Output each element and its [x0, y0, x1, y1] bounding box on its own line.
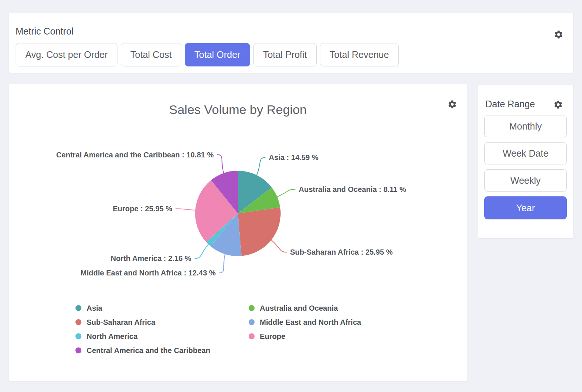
- legend-item-central-america-and-the-caribbean[interactable]: Central America and the Caribbean: [75, 346, 249, 355]
- metric-control-title: Metric Control: [16, 26, 74, 37]
- legend-label: Europe: [260, 332, 285, 341]
- pie-label-line-central-america-and-the-caribbean: [217, 155, 224, 176]
- metric-control-settings-button[interactable]: [554, 30, 563, 39]
- legend-label: Asia: [87, 304, 102, 313]
- legend-label: North America: [87, 332, 138, 341]
- legend-item-australia-and-oceania[interactable]: Australia and Oceania: [249, 304, 361, 313]
- pie-label-asia: Asia : 14.59 %: [269, 153, 319, 161]
- legend-swatch-icon: [249, 319, 255, 325]
- legend-swatch-icon: [75, 319, 81, 325]
- metric-button-avg-cost-per-order[interactable]: Avg. Cost per Order: [16, 43, 117, 66]
- pie-label-line-australia-and-oceania: [275, 189, 295, 198]
- pie-label-north-america: North America : 2.16 %: [111, 254, 191, 262]
- legend-label: Australia and Oceania: [260, 304, 338, 313]
- pie-label-line-europe: [176, 209, 198, 210]
- legend-label: Central America and the Caribbean: [87, 346, 210, 355]
- metric-button-group: Avg. Cost per Order Total Cost Total Ord…: [16, 43, 399, 66]
- chart-legend: AsiaAustralia and OceaniaSub-Saharan Afr…: [75, 304, 361, 355]
- legend-item-europe[interactable]: Europe: [249, 332, 361, 341]
- legend-item-sub-saharan-africa[interactable]: Sub-Saharan Africa: [75, 318, 249, 327]
- legend-label: Sub-Saharan Africa: [87, 318, 155, 327]
- legend-label: Middle East and North Africa: [260, 318, 361, 327]
- date-range-panel: Date Range Monthly Week Date Weekly Year: [478, 85, 573, 238]
- legend-item-north-america[interactable]: North America: [75, 332, 249, 341]
- date-range-button-group: Monthly Week Date Weekly Year: [484, 115, 567, 219]
- metric-button-total-profit[interactable]: Total Profit: [253, 43, 317, 66]
- gear-icon: [553, 100, 563, 110]
- date-range-button-year[interactable]: Year: [484, 196, 567, 219]
- sales-volume-chart-panel: Sales Volume by Region Asia : 14.59 %Aus…: [9, 84, 467, 381]
- metric-button-total-revenue[interactable]: Total Revenue: [320, 43, 399, 66]
- pie-label-middle-east-and-north-africa: Middle East and North Africa : 12.43 %: [81, 269, 216, 277]
- date-range-settings-button[interactable]: [553, 100, 563, 110]
- date-range-button-weekly[interactable]: Weekly: [484, 169, 567, 192]
- legend-item-asia[interactable]: Asia: [75, 304, 249, 313]
- pie-slice-sub-saharan-africa[interactable]: [238, 207, 281, 256]
- metric-button-total-order[interactable]: Total Order: [185, 43, 250, 66]
- date-range-button-week-date[interactable]: Week Date: [484, 142, 567, 164]
- gear-icon: [554, 30, 563, 39]
- legend-swatch-icon: [75, 305, 81, 311]
- pie-label-europe: Europe : 25.95 %: [113, 205, 172, 213]
- legend-swatch-icon: [249, 305, 255, 311]
- pie-label-line-asia: [256, 157, 265, 177]
- legend-item-middle-east-and-north-africa[interactable]: Middle East and North Africa: [249, 318, 361, 327]
- date-range-button-monthly[interactable]: Monthly: [484, 115, 567, 137]
- metric-button-total-cost[interactable]: Total Cost: [121, 43, 181, 66]
- legend-swatch-icon: [75, 333, 81, 339]
- pie-label-line-north-america: [195, 243, 210, 259]
- pie-label-sub-saharan-africa: Sub-Saharan Africa : 25.95 %: [290, 248, 393, 256]
- legend-swatch-icon: [249, 333, 255, 339]
- pie-label-australia-and-oceania: Australia and Oceania : 8.11 %: [299, 185, 406, 193]
- legend-swatch-icon: [75, 347, 81, 353]
- pie-label-line-sub-saharan-africa: [269, 239, 287, 252]
- date-range-title: Date Range: [485, 99, 535, 110]
- metric-control-panel: Metric Control Avg. Cost per Order Total…: [9, 13, 573, 73]
- pie-label-line-middle-east-and-north-africa: [219, 252, 226, 273]
- pie-label-central-america-and-the-caribbean: Central America and the Caribbean : 10.8…: [56, 151, 214, 159]
